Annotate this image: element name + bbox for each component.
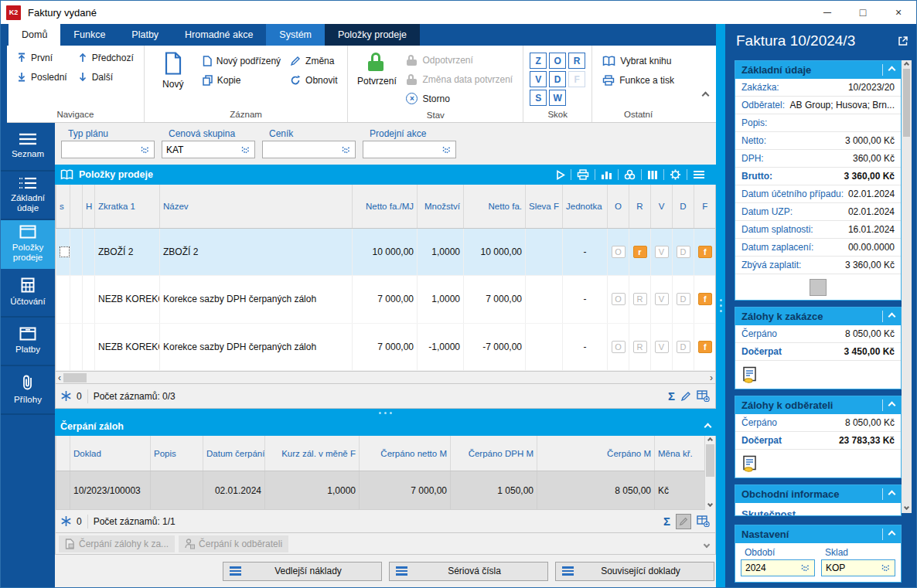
invoice-coin-icon[interactable] [741, 366, 758, 383]
tab-system[interactable]: Systém [266, 24, 325, 46]
col-netto-mj[interactable]: Netto fa./MJ [353, 185, 418, 228]
side-costs-button[interactable]: Vedlejší náklady [223, 562, 382, 581]
col-cerpano-netto[interactable]: Čerpáno netto M [360, 436, 451, 471]
new-child-button[interactable]: Nový podřízený [199, 51, 285, 70]
cenik-combo[interactable] [262, 141, 356, 158]
jump-key-z[interactable]: Z [530, 53, 547, 69]
collapse-section-button[interactable] [705, 421, 711, 432]
col-cerpano-m[interactable]: Čerpáno M [537, 436, 655, 471]
sum-icon[interactable]: Σ [663, 515, 670, 528]
run-icon[interactable] [551, 169, 571, 180]
scroll-left-icon[interactable]: ‹ [58, 372, 61, 383]
section-header[interactable]: Zálohy k zakázce [735, 308, 901, 325]
tab-platby[interactable]: Platby [118, 24, 172, 46]
prodejni-akce-combo[interactable] [363, 141, 456, 158]
first-button[interactable]: První [13, 48, 71, 67]
scroll-up-icon[interactable] [904, 62, 909, 67]
advance-row-1[interactable]: 10/2023/100003 02.01.2024 1,0000 7 000,0… [56, 471, 704, 510]
edit-icon[interactable] [680, 391, 691, 402]
gear-icon[interactable] [663, 169, 687, 180]
functions-print-button[interactable]: Funkce a tisk [598, 70, 678, 90]
columns-icon[interactable] [641, 169, 663, 180]
tab-funkce[interactable]: Funkce [60, 24, 118, 46]
scroll-right-icon[interactable]: › [710, 372, 713, 383]
vertical-splitter[interactable] [716, 24, 725, 587]
draw-advance-customer-button[interactable]: Čerpání k odběrateli [179, 535, 288, 552]
jump-key-d[interactable]: D [549, 71, 566, 87]
col-o[interactable]: O [608, 185, 629, 228]
col-v[interactable]: V [651, 185, 673, 228]
tab-polozky-prodeje[interactable]: Položky prodeje [325, 24, 420, 46]
jump-key-r[interactable]: R [568, 53, 585, 69]
col-d[interactable]: D [673, 185, 694, 228]
jump-key-o[interactable]: O [549, 53, 566, 69]
open-external-icon[interactable] [898, 36, 908, 46]
section-header[interactable]: Základní údaje [735, 61, 901, 79]
detail-vertical-scrollbar[interactable] [902, 60, 912, 513]
col-nazev[interactable]: Název [160, 185, 353, 228]
tab-domu[interactable]: Domů [9, 24, 60, 46]
sidebar-item-uctovani[interactable]: Účtování [1, 269, 55, 318]
horizontal-splitter[interactable] [55, 409, 716, 416]
sidebar-item-zakladni-udaje[interactable]: Základní údaje [1, 172, 55, 220]
blank-square-button[interactable] [810, 279, 827, 296]
col-netto-fa[interactable]: Netto fa. [464, 185, 526, 228]
col-zkratka1[interactable]: Zkratka 1 [95, 185, 160, 228]
scroll-up-icon[interactable] [707, 437, 713, 443]
menu-icon[interactable] [687, 169, 711, 180]
invoice-coin-icon[interactable] [741, 455, 758, 472]
items-horizontal-scrollbar[interactable]: ‹ › [55, 371, 716, 384]
add-table-icon[interactable] [697, 515, 710, 527]
col-r[interactable]: R [629, 185, 651, 228]
print-icon[interactable] [571, 169, 595, 180]
col-sleva-f[interactable]: Sleva F [526, 185, 563, 228]
col-f[interactable]: F [694, 185, 716, 228]
related-documents-button[interactable]: Související doklady [555, 562, 714, 581]
confirm-button[interactable]: Potvrzení [354, 48, 399, 87]
minimize-button[interactable]: ─ [810, 1, 845, 24]
select-book-button[interactable]: Vybrat knihu [598, 51, 678, 70]
col-selector[interactable] [70, 185, 83, 228]
new-button[interactable]: Nový [151, 48, 196, 90]
jump-key-f[interactable]: F [568, 71, 585, 87]
col-datum-cerpani[interactable]: Datum čerpání [203, 436, 265, 471]
sidebar-item-polozky-prodeje[interactable]: Položky prodeje [1, 220, 55, 269]
col-kurz[interactable]: Kurz zál. v měně F [265, 436, 360, 471]
close-button[interactable]: × [881, 1, 916, 24]
last-button[interactable]: Poslední [13, 67, 71, 87]
unconfirm-button[interactable]: Odpotvrzení [402, 50, 516, 70]
ribbon-collapse-button[interactable] [703, 90, 708, 100]
section-header[interactable]: Zálohy k odběrateli [735, 396, 901, 414]
col-doklad[interactable]: Doklad [70, 436, 151, 471]
items-row-3[interactable]: NEZB KOREKCE Korekce sazby DPH čerpaných… [56, 323, 716, 370]
sum-icon[interactable]: Σ [668, 389, 675, 403]
typ-planu-combo[interactable] [61, 141, 155, 158]
maximize-button[interactable]: □ [845, 1, 881, 24]
serial-numbers-button[interactable]: Sériová čísla [389, 562, 548, 581]
col-mena[interactable]: Měna kř. [655, 436, 704, 471]
previous-button[interactable]: Předchozí [74, 48, 138, 67]
next-button[interactable]: Další [74, 67, 138, 87]
col-popis[interactable]: Popis [151, 436, 203, 471]
tab-hromadne-akce[interactable]: Hromadné akce [172, 24, 266, 46]
clover-icon[interactable] [618, 169, 641, 180]
cenova-skupina-combo[interactable]: KAT [162, 141, 255, 158]
scroll-down-icon[interactable] [707, 501, 713, 507]
section-header[interactable]: Obchodní informace [735, 485, 901, 503]
period-combo[interactable]: 2024 [741, 559, 815, 576]
warehouse-combo[interactable]: KOP [821, 559, 895, 576]
section-header[interactable]: Nastavení [735, 525, 901, 543]
sidebar-item-seznam[interactable]: Seznam [1, 123, 55, 172]
change-confirm-date-button[interactable]: Změna data potvrzení [402, 70, 516, 89]
refresh-button[interactable]: Obnovit [286, 70, 341, 90]
col-cerpano-dph[interactable]: Čerpáno DPH M [451, 436, 537, 471]
items-row-2[interactable]: NEZB KOREKCE Korekce sazby DPH čerpaných… [56, 276, 716, 323]
edit-icon-disabled[interactable] [676, 514, 691, 529]
jump-key-w[interactable]: W [549, 90, 566, 106]
col-h[interactable]: H [83, 185, 95, 228]
advance-vertical-scrollbar[interactable] [704, 436, 716, 510]
scroll-down-icon[interactable] [704, 539, 709, 549]
add-table-icon[interactable] [697, 390, 710, 402]
draw-advance-order-button[interactable]: Čerpání zálohy k za... [59, 535, 175, 552]
scrollbar-thumb[interactable] [903, 69, 910, 137]
